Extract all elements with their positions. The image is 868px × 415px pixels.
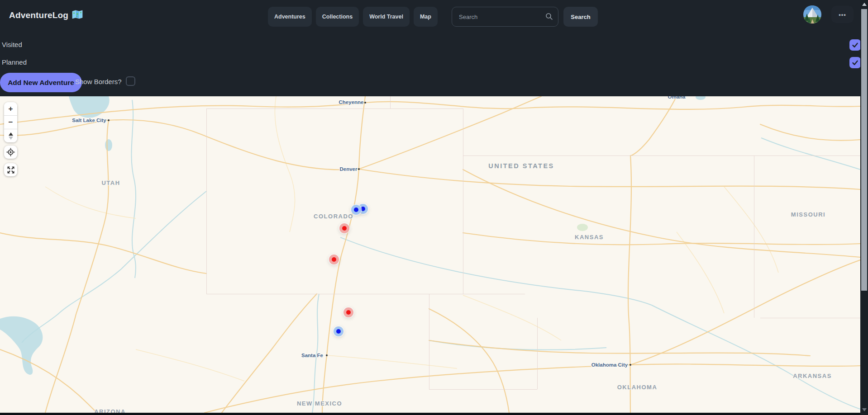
map-emoji-icon	[72, 10, 83, 21]
compass-button[interactable]	[4, 129, 17, 142]
zoom-control-group: + −	[4, 102, 17, 142]
city-dot	[326, 354, 328, 356]
adventure-marker-visited[interactable]	[343, 307, 353, 317]
state-label: OKLAHOMA	[617, 384, 658, 391]
scrollbar-up-arrow-icon[interactable]	[862, 3, 867, 6]
state-border-line	[206, 294, 525, 294]
visited-label: Visited	[2, 41, 22, 48]
brand: AdventureLog	[9, 10, 83, 21]
planned-label: Planned	[2, 58, 27, 66]
city-label: Salt Lake City	[72, 118, 106, 123]
search-input[interactable]	[452, 7, 558, 27]
state-border-line	[463, 156, 860, 156]
state-label: MISSOURI	[791, 211, 825, 218]
city-dot	[364, 102, 366, 104]
state-border-line	[206, 108, 463, 109]
city-label: Santa Fe	[301, 353, 323, 358]
state-label: ARIZONA	[94, 408, 126, 413]
zoom-out-button[interactable]: −	[4, 116, 17, 129]
city-label: Omaha	[668, 96, 686, 99]
state-border-line	[206, 108, 207, 294]
search-button[interactable]: Search	[563, 7, 598, 27]
nav-world-travel[interactable]: World Travel	[363, 7, 410, 27]
adventurelog-app: AdventureLog Adventures Collections Worl…	[0, 0, 868, 415]
scrollbar-down-arrow-icon[interactable]	[862, 408, 867, 411]
state-label: COLORADO	[314, 213, 353, 220]
city-label: Cheyenne	[339, 99, 364, 105]
country-label: UNITED STATES	[488, 162, 554, 170]
state-label: ARKANSAS	[793, 373, 832, 379]
state-label: UTAH	[101, 179, 120, 186]
scrollbar-thumb[interactable]	[861, 9, 867, 291]
nav-collections[interactable]: Collections	[316, 7, 359, 27]
state-border-line	[429, 389, 537, 390]
avatar[interactable]	[803, 5, 821, 24]
geolocate-button[interactable]	[4, 146, 17, 159]
city-label: Oklahoma City	[591, 362, 628, 368]
plus-icon: +	[9, 105, 13, 113]
minus-icon: −	[9, 118, 13, 126]
search-icon	[545, 13, 553, 22]
add-new-adventure-button[interactable]: Add New Adventure	[0, 73, 82, 92]
nav-links: Adventures Collections World Travel Map	[268, 7, 438, 27]
check-icon	[851, 59, 859, 66]
compass-south-icon	[9, 137, 13, 140]
scrollbar[interactable]	[860, 0, 868, 415]
show-borders-label: Show Borders?	[75, 78, 122, 85]
geolocate-icon	[6, 148, 15, 156]
zoom-in-button[interactable]: +	[4, 102, 17, 115]
adventure-marker-visited[interactable]	[329, 255, 339, 264]
state-label: KANSAS	[575, 234, 604, 241]
app-title: AdventureLog	[9, 10, 68, 20]
state-border-line	[463, 108, 463, 294]
map-terrain-art	[0, 96, 860, 413]
adventure-marker-planned[interactable]	[351, 205, 361, 215]
nav-adventures[interactable]: Adventures	[268, 7, 312, 27]
fullscreen-button[interactable]	[4, 163, 17, 176]
adventure-marker-planned[interactable]	[334, 326, 343, 336]
planned-checkbox[interactable]	[849, 57, 861, 68]
show-borders-checkbox[interactable]	[126, 76, 135, 86]
city-dot	[358, 168, 360, 170]
state-border-line	[537, 318, 538, 389]
visited-checkbox[interactable]	[849, 39, 861, 51]
city-dot	[630, 364, 631, 366]
search-field-wrap	[452, 7, 558, 27]
city-label: Denver	[340, 166, 358, 172]
state-border-line	[760, 318, 860, 318]
map-canvas[interactable]: UNITED STATESUTAHCOLORADOKANSASMISSOURIO…	[0, 96, 860, 413]
overflow-menu-button[interactable]: •••	[831, 6, 854, 23]
state-border-line	[429, 294, 429, 389]
city-dot	[108, 119, 110, 121]
state-border-line	[754, 156, 754, 318]
bottom-edge-bar	[0, 413, 860, 415]
check-icon	[851, 41, 859, 49]
adventure-marker-visited[interactable]	[339, 223, 349, 233]
nav-map[interactable]: Map	[414, 7, 438, 27]
state-label: NEW MEXICO	[297, 400, 342, 407]
fullscreen-icon	[7, 166, 15, 174]
state-border-line	[390, 96, 391, 108]
compass-north-icon	[9, 132, 13, 136]
